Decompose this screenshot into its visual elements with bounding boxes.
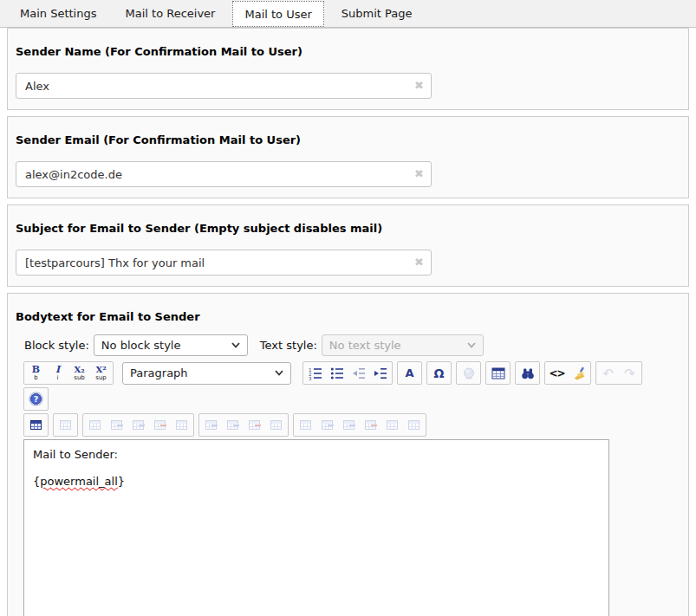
source-clean-group: <> xyxy=(544,361,591,385)
undo-button: ↶ xyxy=(597,362,619,384)
spellcheck-underlined-text: powermail_all xyxy=(40,475,118,488)
rte-editor-area[interactable]: Mail to Sender: {powermail_all} xyxy=(23,439,609,616)
paragraph-format-value: Paragraph xyxy=(130,366,188,379)
bold-button[interactable]: B b xyxy=(25,362,47,384)
subscript-button[interactable]: X₂ sub xyxy=(68,362,90,384)
help-group: ? xyxy=(23,387,49,411)
cell-insert-after-button xyxy=(338,414,360,436)
tab-main-settings[interactable]: Main Settings xyxy=(9,0,108,27)
sender-email-label: Sender Email (For Confirmation Mail to U… xyxy=(16,133,674,146)
cell-properties-icon xyxy=(300,420,311,430)
format-button-group: B b I i X₂ sub X² sup xyxy=(23,361,114,385)
row-operations-group xyxy=(82,413,194,437)
tab-mail-to-user[interactable]: Mail to User xyxy=(232,1,323,27)
chevron-down-icon xyxy=(231,342,240,348)
chevron-down-icon xyxy=(467,342,476,348)
ordered-list-button[interactable]: 123 xyxy=(304,362,326,384)
subject-input[interactable] xyxy=(16,250,432,276)
omega-icon: Ω xyxy=(434,367,445,379)
superscript-icon: X² xyxy=(95,365,106,374)
redo-button: ↷ xyxy=(619,362,641,384)
find-replace-button[interactable] xyxy=(517,362,538,384)
column-split-button xyxy=(265,414,287,436)
cell-split-icon xyxy=(408,420,420,430)
svg-text:3: 3 xyxy=(309,375,312,380)
sender-email-input[interactable] xyxy=(16,161,432,187)
outdent-icon xyxy=(352,366,366,380)
block-style-label: Block style: xyxy=(24,339,89,352)
table-properties-icon xyxy=(60,420,71,430)
row-insert-above-icon xyxy=(111,420,122,430)
tab-bar: Main Settings Mail to Receiver Mail to U… xyxy=(0,0,696,28)
find-group xyxy=(515,361,540,385)
cell-delete-button xyxy=(360,414,381,436)
row-properties-icon xyxy=(89,420,101,430)
row-insert-above-button xyxy=(106,414,127,436)
acronym-icon: A xyxy=(405,367,413,379)
chevron-down-icon xyxy=(275,370,283,376)
editor-line-1: Mail to Sender: xyxy=(33,448,600,462)
cell-delete-icon xyxy=(365,420,376,430)
redo-icon: ↷ xyxy=(624,367,635,379)
rte-style-row: Block style: No block style Text style: … xyxy=(24,334,674,356)
cell-merge-icon xyxy=(387,420,398,430)
block-style-value: No block style xyxy=(101,339,181,352)
column-operations-group xyxy=(198,413,289,437)
source-code-icon: <> xyxy=(549,367,564,379)
unordered-list-icon xyxy=(330,366,344,380)
remove-format-button[interactable] xyxy=(568,362,589,384)
text-style-label: Text style: xyxy=(260,339,317,352)
row-split-button xyxy=(171,414,192,436)
cell-insert-before-icon xyxy=(322,420,333,430)
insert-special-character-button[interactable]: Ω xyxy=(428,362,450,384)
text-style-value: No text style xyxy=(329,339,401,352)
special-character-group: Ω xyxy=(426,361,452,385)
column-insert-before-icon xyxy=(205,420,217,430)
row-insert-under-button xyxy=(127,414,149,436)
row-split-icon xyxy=(176,420,187,430)
indent-button[interactable] xyxy=(369,362,391,384)
italic-button[interactable]: I i xyxy=(47,362,68,384)
paragraph-format-select[interactable]: Paragraph xyxy=(122,362,291,385)
subject-label: Subject for Email to Sender (Empty subje… xyxy=(16,222,674,235)
sender-name-label: Sender Name (For Confirmation Mail to Us… xyxy=(16,45,674,58)
outdent-button xyxy=(348,362,369,384)
tab-mail-to-receiver[interactable]: Mail to Receiver xyxy=(114,0,227,27)
table-properties-button xyxy=(55,414,76,436)
insert-image-button xyxy=(458,362,479,384)
list-indent-group: 123 xyxy=(302,361,393,385)
clear-input-icon[interactable]: ✖ xyxy=(414,79,424,92)
broom-icon xyxy=(572,366,586,380)
help-button[interactable]: ? xyxy=(25,388,47,410)
sender-name-input[interactable] xyxy=(16,73,432,99)
view-source-button[interactable]: <> xyxy=(546,362,568,384)
unordered-list-button[interactable] xyxy=(326,362,348,384)
section-subject: Subject for Email to Sender (Empty subje… xyxy=(7,204,689,287)
section-sender-email: Sender Email (For Confirmation Mail to U… xyxy=(7,116,689,198)
subscript-icon: X₂ xyxy=(74,365,84,374)
insert-table-button[interactable] xyxy=(487,362,509,384)
svg-text:?: ? xyxy=(34,394,39,404)
toggle-table-borders-button[interactable] xyxy=(25,414,47,436)
acronym-group: A xyxy=(397,361,422,385)
clear-input-icon[interactable]: ✖ xyxy=(414,256,424,269)
image-group xyxy=(456,361,481,385)
row-delete-button xyxy=(149,414,171,436)
clear-input-icon[interactable]: ✖ xyxy=(414,167,424,180)
cell-merge-button xyxy=(381,414,403,436)
block-style-select[interactable]: No block style xyxy=(94,334,248,356)
column-insert-after-icon xyxy=(227,420,238,430)
rte-toolbar-row-2: ? xyxy=(23,387,674,411)
bold-icon: B xyxy=(32,365,40,374)
undo-icon: ↶ xyxy=(602,367,614,379)
tab-submit-page[interactable]: Submit Page xyxy=(330,0,424,27)
globe-icon xyxy=(462,366,476,380)
table-group xyxy=(485,361,511,385)
superscript-button[interactable]: X² sup xyxy=(90,362,112,384)
cell-properties-button xyxy=(295,414,316,436)
binoculars-icon xyxy=(521,366,535,380)
column-split-icon xyxy=(270,420,282,430)
indent-icon xyxy=(374,366,387,380)
cell-insert-after-icon xyxy=(343,420,355,430)
acronym-button[interactable]: A xyxy=(399,362,420,384)
